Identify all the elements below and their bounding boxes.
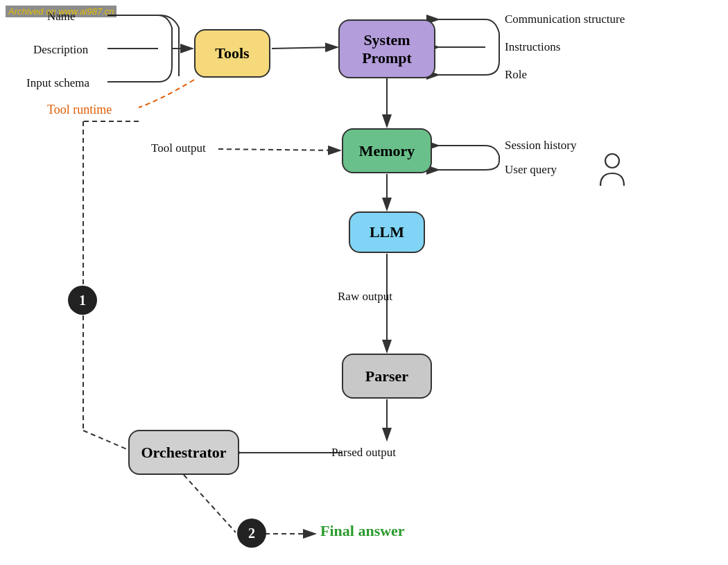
svg-line-7 (272, 47, 338, 49)
parser-node: Parser (342, 354, 432, 399)
watermark: Archived on www.ai987.cn (6, 6, 116, 17)
svg-line-15 (218, 149, 340, 150)
orchestrator-label: Orchestrator (141, 444, 227, 462)
tools-node: Tools (194, 29, 270, 78)
svg-point-30 (605, 154, 619, 168)
system-prompt-node: SystemPrompt (338, 19, 435, 78)
memory-node: Memory (342, 128, 432, 173)
badge-1: 1 (68, 286, 97, 315)
communication-structure-label: Communication structure (505, 12, 625, 26)
raw-output-label: Raw output (338, 290, 392, 304)
final-answer-label: Final answer (320, 522, 405, 540)
tool-runtime-label: Tool runtime (47, 103, 112, 117)
arrows-svg (0, 0, 728, 565)
user-query-label: User query (505, 163, 557, 177)
session-history-label: Session history (505, 139, 576, 153)
parsed-output-label: Parsed output (331, 446, 396, 460)
badge-2: 2 (237, 519, 266, 548)
person-icon (595, 151, 630, 189)
tool-output-label: Tool output (151, 141, 206, 155)
input-schema-label: Input schema (26, 76, 89, 90)
instructions-label: Instructions (505, 40, 560, 54)
llm-label: LLM (370, 223, 404, 241)
system-prompt-label: SystemPrompt (362, 31, 412, 67)
parser-label: Parser (365, 367, 408, 385)
llm-node: LLM (349, 211, 425, 253)
memory-label: Memory (359, 142, 415, 160)
svg-line-19 (83, 431, 132, 451)
tools-label: Tools (215, 44, 249, 62)
orchestrator-node: Orchestrator (128, 430, 239, 475)
role-label: Role (505, 68, 527, 82)
svg-line-28 (184, 475, 236, 532)
diagram: Tools SystemPrompt Memory LLM Parser Orc… (0, 0, 728, 565)
description-label: Description (33, 43, 88, 57)
